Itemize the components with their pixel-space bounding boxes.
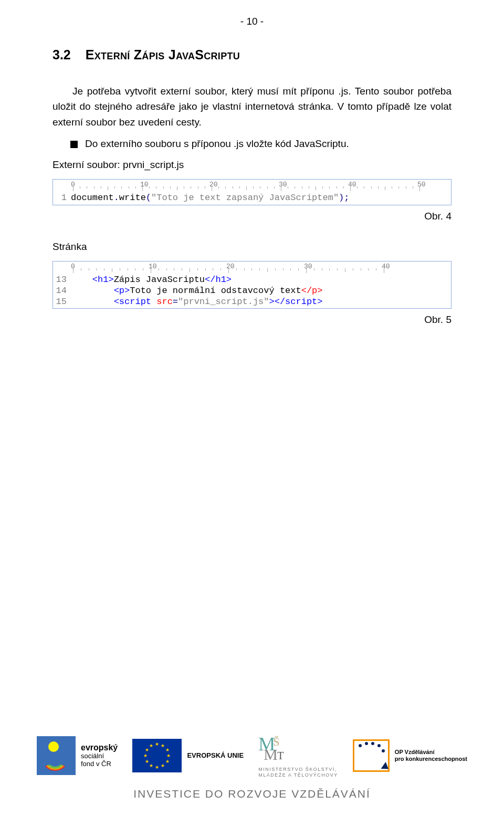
msmt-icon: MŠ MT	[258, 733, 289, 765]
esf-icon	[37, 736, 76, 775]
figure-caption-1: Obr. 4	[52, 211, 452, 222]
external-file-label: Externí soubor: prvni_script.js	[52, 159, 452, 171]
page-number: - 10 -	[52, 16, 452, 27]
invest-tagline: INVESTICE DO ROZVOJE VZDĚLÁVÁNÍ	[37, 788, 467, 800]
bullet-text: Do externího souboru s příponou .js vlož…	[85, 138, 349, 150]
code-line: 14 <p>Toto je normální odstavcový text</…	[55, 285, 449, 296]
square-bullet-icon	[70, 141, 78, 148]
esf-text: evropský sociální fond v ČR	[81, 743, 118, 768]
logo-esf: evropský sociální fond v ČR	[37, 736, 118, 775]
eu-label: EVROPSKÁ UNIE	[187, 752, 244, 759]
list-item: Do externího souboru s příponou .js vlož…	[70, 138, 452, 150]
page-section-label: Stránka	[52, 241, 452, 253]
figure-caption-2: Obr. 5	[52, 314, 452, 326]
code-block-2: 01020304013 <h1>Zápis JavaScriptu</h1>14…	[52, 261, 452, 309]
eu-flag-icon: ★★★★★★★★★★★★	[132, 739, 182, 772]
msmt-text: MINISTERSTVO ŠKOLSTVÍ, MLÁDEŽE A TĚLOVÝC…	[258, 767, 338, 779]
footer-logos: evropský sociální fond v ČR ★★★★★★★★★★★★…	[0, 733, 504, 801]
code-line: 13 <h1>Zápis JavaScriptu</h1>	[55, 274, 449, 285]
logo-opvk: OP Vzdělávání pro konkurenceschopnost	[353, 739, 467, 772]
section-heading: 3.2 Externí Zápis JavaScriptu	[52, 47, 452, 62]
heading-title: Externí Zápis JavaScriptu	[86, 47, 240, 62]
heading-number: 3.2	[52, 47, 71, 62]
code-block-1: 010203040501document.write("Toto je text…	[52, 179, 452, 205]
code-line: 15 <script src="prvni_script.js"></scrip…	[55, 296, 449, 307]
paragraph-intro: Je potřeba vytvořit externí soubor, kter…	[52, 83, 452, 130]
code-line: 1document.write("Toto je text zapsaný Ja…	[55, 192, 449, 203]
page: - 10 - 3.2 Externí Zápis JavaScriptu Je …	[0, 0, 504, 816]
logo-eu: ★★★★★★★★★★★★ EVROPSKÁ UNIE	[132, 739, 244, 772]
opvk-text: OP Vzdělávání pro konkurenceschopnost	[395, 749, 467, 762]
opvk-icon	[353, 739, 390, 772]
logo-msmt: MŠ MT MINISTERSTVO ŠKOLSTVÍ, MLÁDEŽE A T…	[258, 733, 338, 779]
